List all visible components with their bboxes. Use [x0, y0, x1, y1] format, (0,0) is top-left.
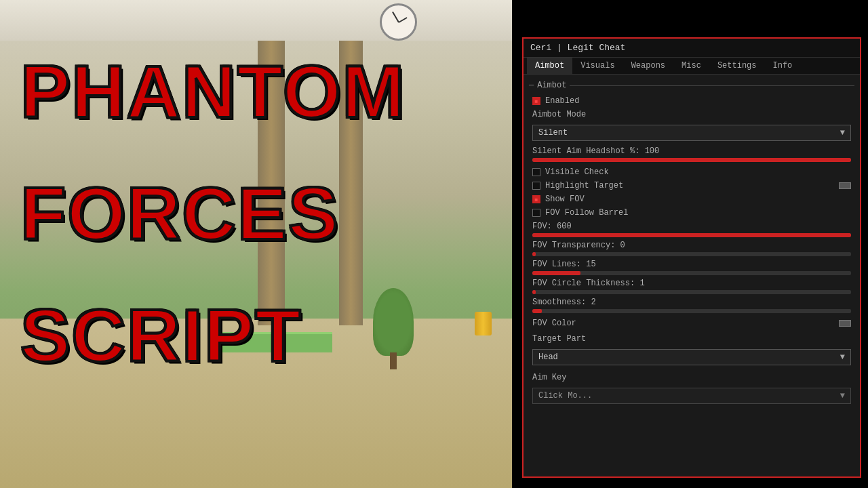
silent-aim-slider-row: Silent Aim Headshot %: 100	[532, 146, 851, 162]
aim-key-dropdown-row[interactable]: Click Mo... ▼	[532, 388, 851, 404]
phantom-text: PHANTOM	[20, 54, 406, 129]
ceiling-area	[0, 0, 512, 41]
barrel	[475, 312, 492, 336]
aimbot-mode-dropdown[interactable]: Silent ▼	[532, 125, 851, 141]
fov-color-row[interactable]: FOV Color	[529, 317, 854, 330]
target-part-arrow-icon: ▼	[840, 352, 845, 362]
highlight-target-color[interactable]	[839, 182, 851, 189]
fov-fill	[532, 233, 851, 237]
fov-slider-row: FOV: 600	[532, 222, 851, 237]
tree	[373, 288, 414, 356]
aim-key-label: Aim Key	[532, 373, 851, 382]
cheat-panel: Ceri | Legit Cheat Aimbot Visuals Weapon…	[522, 37, 861, 478]
aimbot-section-header: Aimbot	[529, 81, 854, 90]
visible-check-row[interactable]: Visible Check	[529, 165, 854, 179]
silent-aim-track[interactable]	[532, 158, 851, 162]
silent-aim-label: Silent Aim Headshot %: 100	[532, 146, 851, 156]
target-part-dropdown[interactable]: Head ▼	[532, 349, 851, 365]
nav-settings[interactable]: Settings	[709, 58, 765, 74]
target-part-value: Head	[538, 352, 558, 362]
fov-lines-track[interactable]	[532, 271, 851, 275]
highlight-target-checkbox[interactable]	[532, 182, 540, 190]
visible-check-checkbox[interactable]	[532, 168, 540, 176]
clock	[380, 3, 417, 41]
silent-aim-fill	[532, 158, 851, 162]
fov-transparency-label: FOV Transparency: 0	[532, 241, 851, 250]
smoothness-label: Smoothness: 2	[532, 298, 851, 307]
show-fov-checkbox[interactable]	[532, 195, 540, 203]
dropdown-arrow-icon: ▼	[840, 128, 845, 138]
fov-follow-barrel-row[interactable]: FOV Follow Barrel	[529, 206, 854, 220]
fov-transparency-slider-row: FOV Transparency: 0	[532, 241, 851, 256]
highlight-target-row[interactable]: Highlight Target	[529, 179, 854, 192]
aim-key-arrow-icon: ▼	[840, 391, 845, 401]
highlight-target-label: Highlight Target	[545, 181, 839, 190]
aimbot-mode-row: Aimbot Mode	[529, 108, 854, 121]
enabled-checkbox[interactable]	[532, 97, 540, 105]
nav-aimbot[interactable]: Aimbot	[527, 58, 572, 74]
enabled-label: Enabled	[545, 96, 851, 106]
aim-key-dropdown[interactable]: Click Mo... ▼	[532, 388, 851, 404]
fov-circle-thickness-label: FOV Circle Thickness: 1	[532, 279, 851, 288]
fov-lines-fill	[532, 271, 580, 275]
panel-title: Ceri | Legit Cheat	[524, 39, 860, 58]
smoothness-fill	[532, 309, 542, 313]
target-part-label-row: Target Part	[529, 332, 854, 346]
fov-follow-barrel-checkbox[interactable]	[532, 209, 540, 217]
target-part-label: Target Part	[532, 334, 851, 344]
panel-content: Aimbot Enabled Aimbot Mode Silent ▼ Sile…	[524, 75, 860, 476]
nav-weapons[interactable]: Weapons	[623, 58, 673, 74]
fov-transparency-track[interactable]	[532, 252, 851, 256]
smoothness-slider-row: Smoothness: 2	[532, 298, 851, 313]
aimbot-mode-dropdown-row[interactable]: Silent ▼	[532, 125, 851, 141]
fov-color-label: FOV Color	[532, 319, 839, 328]
enabled-row[interactable]: Enabled	[529, 94, 854, 108]
nav-info[interactable]: Info	[764, 58, 800, 74]
fov-label: FOV: 600	[532, 222, 851, 231]
forces-text: FORCES	[20, 176, 339, 251]
fov-lines-label: FOV Lines: 15	[532, 260, 851, 269]
aimbot-mode-value: Silent	[538, 128, 568, 138]
visible-check-label: Visible Check	[545, 167, 851, 177]
fov-follow-barrel-label: FOV Follow Barrel	[545, 208, 851, 218]
fov-transparency-fill	[532, 252, 536, 256]
fov-color-swatch[interactable]	[839, 320, 851, 327]
target-part-dropdown-row[interactable]: Head ▼	[532, 349, 851, 365]
fov-track[interactable]	[532, 233, 851, 237]
smoothness-track[interactable]	[532, 309, 851, 313]
fov-circle-thickness-fill	[532, 290, 536, 294]
aim-key-value: Click Mo...	[538, 391, 592, 401]
nav-misc[interactable]: Misc	[673, 58, 709, 74]
show-fov-label: Show FOV	[545, 195, 851, 204]
nav-visuals[interactable]: Visuals	[572, 58, 623, 74]
fov-lines-slider-row: FOV Lines: 15	[532, 260, 851, 275]
aimbot-mode-label: Aimbot Mode	[532, 110, 851, 119]
aim-key-label-row: Aim Key	[529, 371, 854, 384]
nav-bar: Aimbot Visuals Weapons Misc Settings Inf…	[524, 58, 860, 75]
show-fov-row[interactable]: Show FOV	[529, 192, 854, 206]
fov-circle-thickness-slider-row: FOV Circle Thickness: 1	[532, 279, 851, 294]
script-text: SCRIPT	[20, 298, 302, 373]
fov-circle-thickness-track[interactable]	[532, 290, 851, 294]
